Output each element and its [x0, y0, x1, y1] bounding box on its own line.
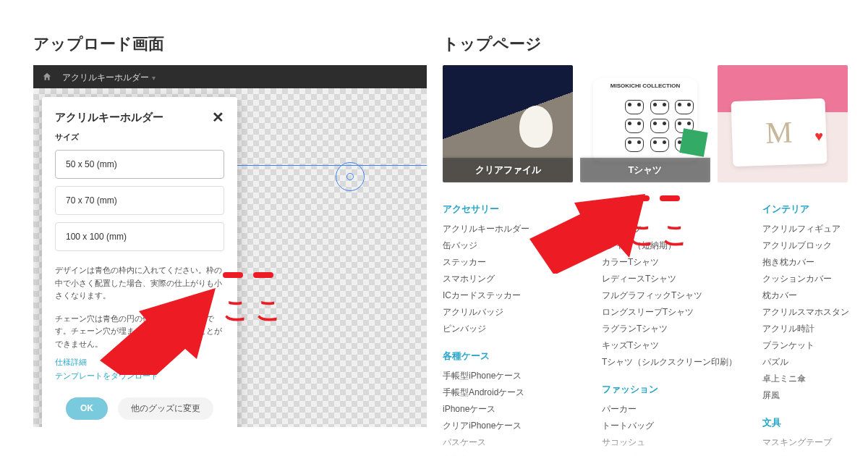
cat-head-tshirt: Tシャツ: [602, 203, 732, 216]
cat-item[interactable]: キッズTシャツ: [602, 339, 732, 352]
cat-item[interactable]: 抱き枕カバー: [762, 256, 868, 269]
cat-item[interactable]: アクリルバッジ: [443, 306, 573, 318]
modal-title: アクリルキーホルダー: [55, 111, 163, 124]
size-option-70[interactable]: 70 x 70 (mm): [55, 186, 224, 215]
close-icon[interactable]: ✕: [212, 110, 224, 124]
spec-details-link[interactable]: 仕様詳細: [55, 357, 224, 368]
callout-text-right: [629, 195, 680, 201]
size-option-100[interactable]: 100 x 100 (mm): [55, 222, 224, 251]
design-canvas[interactable]: アクリルキーホルダー ✕ サイズ 50 x 50 (mm) 70 x 70 (m…: [33, 88, 427, 427]
callout-text-left-2: ここ: [223, 292, 288, 328]
cat-item[interactable]: 缶バッジ: [443, 240, 573, 252]
cat-item[interactable]: ステッカー: [443, 256, 573, 269]
thumb-caption: Tシャツ: [580, 158, 710, 182]
owl-art: [519, 106, 553, 148]
cat-item[interactable]: パーカー: [602, 403, 732, 415]
cat-item[interactable]: 枕カバー: [762, 290, 868, 302]
thumb-card[interactable]: M ♥: [718, 65, 848, 182]
cat-head-cases: 各種ケース: [443, 350, 573, 363]
cat-item[interactable]: アクリルフィギュア: [762, 223, 868, 235]
bottom-fade: [0, 434, 868, 456]
left-section-title: アップロード画面: [33, 33, 427, 55]
cat-item[interactable]: クリアiPhoneケース: [443, 420, 573, 432]
right-section-title: トップページ: [443, 33, 848, 55]
cat-head-accessory: アクセサリー: [443, 203, 573, 216]
cat-item[interactable]: 手帳型Androidケース: [443, 387, 573, 399]
size-label: サイズ: [55, 132, 224, 143]
callout-text-right-2: ここ: [629, 217, 694, 253]
size-option-50[interactable]: 50 x 50 (mm): [55, 150, 224, 179]
card-letter: M: [731, 98, 827, 166]
cat-item[interactable]: フルグラフィックTシャツ: [602, 290, 732, 302]
modal-note-1: デザインは青色の枠内に入れてください。枠の中で小さく配置した場合、実際の仕上がり…: [55, 264, 224, 303]
chain-hole-target[interactable]: [336, 162, 365, 191]
cat-item[interactable]: パズル: [762, 356, 868, 368]
cat-item[interactable]: アクリルスマホスタン: [762, 306, 868, 318]
cat-head-fashion: ファッション: [602, 383, 732, 396]
cat-item[interactable]: レディースTシャツ: [602, 273, 732, 285]
cat-item[interactable]: ブランケット: [762, 339, 868, 352]
cat-item[interactable]: ICカードステッカー: [443, 290, 573, 302]
cat-item[interactable]: アクリルブロック: [762, 240, 868, 252]
template-download-link[interactable]: テンプレートをダウンロード: [55, 371, 224, 381]
cat-item[interactable]: ロングスリーブTシャツ: [602, 306, 732, 318]
heart-icon: ♥: [814, 128, 823, 145]
cat-head-interior: インテリア: [762, 203, 868, 216]
cat-item[interactable]: アクリルキーホルダー: [443, 223, 573, 235]
change-goods-button[interactable]: 他のグッズに変更: [118, 397, 213, 420]
upload-area: アクリルキーホルダー▾ アクリルキーホルダー ✕ サイズ 50 x 50 (mm…: [33, 65, 427, 427]
cat-item[interactable]: 手帳型iPhoneケース: [443, 370, 573, 382]
home-icon[interactable]: [42, 72, 52, 82]
product-options-modal: アクリルキーホルダー ✕ サイズ 50 x 50 (mm) 70 x 70 (m…: [42, 97, 237, 427]
cat-item[interactable]: クッションカバー: [762, 273, 868, 285]
cat-item[interactable]: 屏風: [762, 389, 868, 402]
shirt-brand: MISOKICHI COLLECTION: [593, 83, 697, 89]
cat-item[interactable]: トートバッグ: [602, 420, 732, 432]
callout-text-left: [223, 272, 273, 278]
cat-item[interactable]: 卓上ミニ傘: [762, 373, 868, 385]
breadcrumb-item[interactable]: アクリルキーホルダー▾: [62, 70, 156, 84]
cat-item[interactable]: iPhoneケース: [443, 403, 573, 415]
thumb-clearfile[interactable]: クリアファイル: [443, 65, 573, 182]
cat-item[interactable]: スマホリング: [443, 273, 573, 285]
cat-head-stationery: 文具: [762, 416, 868, 429]
cat-item[interactable]: Tシャツ（シルクスクリーン印刷）: [602, 356, 732, 368]
modal-note-2: チェーン穴は青色の円の位置で、移動可能です。チェーン穴が埋まるデザインにすること…: [55, 313, 224, 351]
thumb-tshirt[interactable]: MISOKICHI COLLECTION Tシャツ: [580, 65, 710, 182]
thumb-caption: クリアファイル: [443, 158, 573, 182]
cat-item[interactable]: カラーTシャツ: [602, 256, 732, 269]
product-thumbs-row: クリアファイル MISOKICHI COLLECTION Tシャツ M ♥: [443, 65, 848, 182]
ok-button[interactable]: OK: [66, 397, 108, 420]
cat-item[interactable]: ピンバッジ: [443, 323, 573, 335]
cat-item[interactable]: アクリル時計: [762, 323, 868, 335]
upload-topbar: アクリルキーホルダー▾: [33, 65, 427, 88]
cat-item[interactable]: ラグランTシャツ: [602, 323, 732, 335]
